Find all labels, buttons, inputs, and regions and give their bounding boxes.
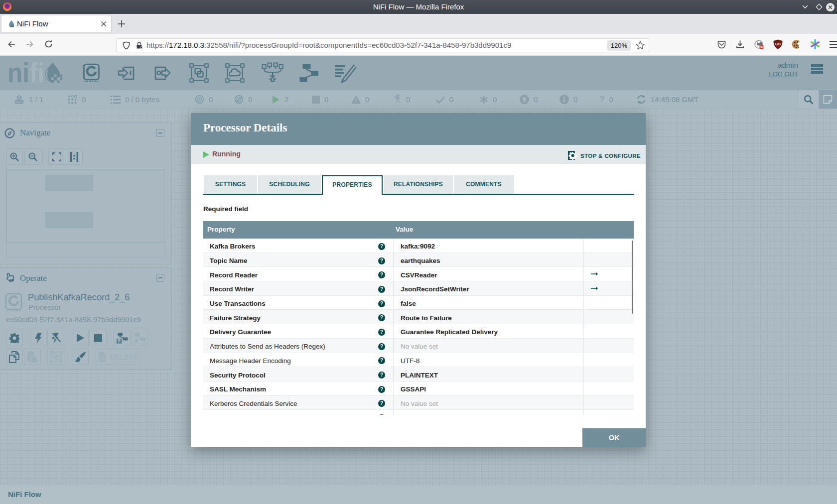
svg-text:uO: uO bbox=[775, 42, 781, 46]
